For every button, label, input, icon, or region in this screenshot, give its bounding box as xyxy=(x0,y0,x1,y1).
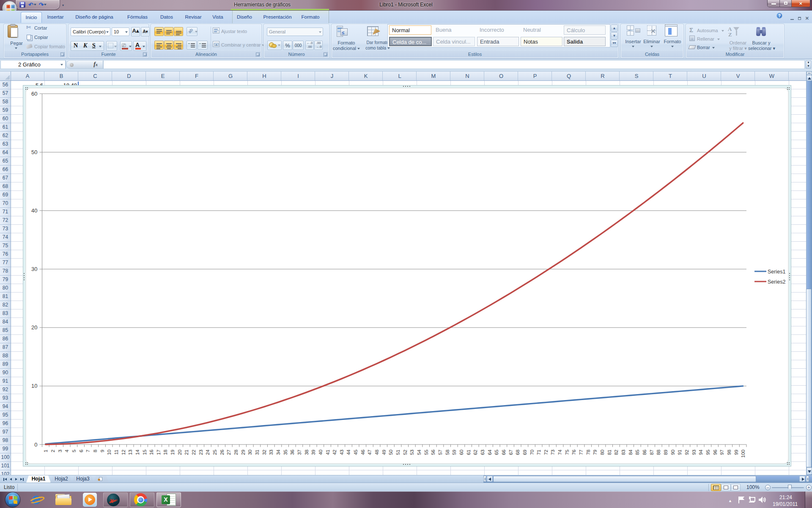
svg-text:100: 100 xyxy=(741,450,746,458)
svg-text:34: 34 xyxy=(276,449,281,455)
svg-text:72: 72 xyxy=(543,450,549,455)
svg-text:68: 68 xyxy=(515,450,520,455)
svg-text:75: 75 xyxy=(565,450,570,455)
svg-text:41: 41 xyxy=(325,450,330,455)
svg-text:23: 23 xyxy=(198,450,203,455)
svg-text:20: 20 xyxy=(177,450,182,455)
svg-text:32: 32 xyxy=(262,450,267,455)
svg-text:56: 56 xyxy=(431,450,436,455)
svg-text:38: 38 xyxy=(304,450,309,455)
svg-text:6: 6 xyxy=(79,450,84,452)
svg-text:78: 78 xyxy=(586,450,591,455)
svg-text:15: 15 xyxy=(142,450,147,455)
svg-text:60: 60 xyxy=(459,450,464,455)
svg-text:73: 73 xyxy=(550,450,555,455)
svg-text:29: 29 xyxy=(241,450,246,455)
svg-text:81: 81 xyxy=(607,450,612,455)
svg-text:64: 64 xyxy=(487,449,492,455)
svg-text:26: 26 xyxy=(219,450,225,455)
svg-text:18: 18 xyxy=(163,450,168,455)
svg-text:0: 0 xyxy=(34,442,37,448)
svg-text:11: 11 xyxy=(114,450,119,455)
svg-text:87: 87 xyxy=(649,450,654,455)
svg-text:94: 94 xyxy=(698,449,703,455)
svg-text:90: 90 xyxy=(670,450,675,455)
svg-text:10: 10 xyxy=(31,383,37,389)
svg-text:47: 47 xyxy=(367,450,372,455)
svg-text:55: 55 xyxy=(424,450,429,455)
svg-text:22: 22 xyxy=(191,450,196,455)
svg-text:8: 8 xyxy=(93,450,98,452)
svg-text:14: 14 xyxy=(135,449,140,455)
svg-text:37: 37 xyxy=(297,450,302,455)
svg-text:53: 53 xyxy=(409,450,414,455)
svg-text:49: 49 xyxy=(381,450,387,455)
svg-text:1: 1 xyxy=(43,450,48,452)
svg-text:10: 10 xyxy=(107,450,112,455)
svg-text:84: 84 xyxy=(628,449,633,455)
svg-text:89: 89 xyxy=(663,450,668,455)
svg-text:91: 91 xyxy=(677,450,682,455)
svg-text:67: 67 xyxy=(508,450,513,455)
svg-text:65: 65 xyxy=(494,450,499,455)
svg-text:66: 66 xyxy=(501,450,506,455)
svg-text:88: 88 xyxy=(656,450,661,455)
svg-text:86: 86 xyxy=(642,450,647,455)
svg-text:19: 19 xyxy=(170,450,175,455)
svg-text:92: 92 xyxy=(684,450,689,455)
svg-text:31: 31 xyxy=(255,450,260,455)
svg-text:61: 61 xyxy=(466,450,471,455)
svg-text:7: 7 xyxy=(85,450,91,452)
svg-text:4: 4 xyxy=(64,449,69,452)
svg-text:51: 51 xyxy=(395,450,401,455)
svg-text:50: 50 xyxy=(31,149,37,155)
svg-text:3: 3 xyxy=(58,450,63,452)
svg-text:46: 46 xyxy=(360,450,365,455)
svg-text:12: 12 xyxy=(121,450,126,455)
svg-text:13: 13 xyxy=(128,450,133,455)
svg-text:30: 30 xyxy=(31,266,37,272)
svg-text:96: 96 xyxy=(713,450,718,455)
svg-text:79: 79 xyxy=(593,450,598,455)
svg-text:39: 39 xyxy=(311,450,316,455)
svg-text:60: 60 xyxy=(31,91,37,97)
svg-text:54: 54 xyxy=(417,449,422,455)
svg-text:63: 63 xyxy=(480,450,485,455)
svg-text:71: 71 xyxy=(536,450,541,455)
svg-text:80: 80 xyxy=(600,450,605,455)
svg-text:77: 77 xyxy=(579,450,584,455)
svg-text:69: 69 xyxy=(522,450,527,455)
svg-text:35: 35 xyxy=(283,450,288,455)
svg-text:48: 48 xyxy=(374,450,379,455)
svg-text:57: 57 xyxy=(438,450,443,455)
svg-text:27: 27 xyxy=(226,450,231,455)
svg-text:99: 99 xyxy=(734,450,739,455)
svg-text:33: 33 xyxy=(269,450,274,455)
svg-text:Series2: Series2 xyxy=(768,279,785,285)
svg-text:76: 76 xyxy=(571,450,576,455)
svg-text:50: 50 xyxy=(388,450,393,455)
svg-text:40: 40 xyxy=(31,207,37,214)
svg-text:21: 21 xyxy=(184,450,189,455)
svg-text:24: 24 xyxy=(205,449,210,455)
svg-text:5: 5 xyxy=(71,450,77,452)
svg-text:16: 16 xyxy=(149,450,154,455)
svg-text:59: 59 xyxy=(452,450,457,455)
svg-text:62: 62 xyxy=(473,450,478,455)
svg-text:17: 17 xyxy=(156,450,161,455)
svg-text:30: 30 xyxy=(247,450,252,455)
svg-text:43: 43 xyxy=(339,450,344,455)
svg-text:36: 36 xyxy=(290,450,295,455)
svg-text:44: 44 xyxy=(346,449,351,455)
svg-text:45: 45 xyxy=(353,450,358,455)
svg-text:20: 20 xyxy=(31,324,37,331)
svg-text:Series1: Series1 xyxy=(768,269,785,275)
svg-text:2: 2 xyxy=(50,450,55,452)
svg-text:95: 95 xyxy=(705,450,710,455)
svg-text:9: 9 xyxy=(100,450,105,452)
svg-text:82: 82 xyxy=(614,450,619,455)
svg-text:40: 40 xyxy=(318,450,323,455)
svg-text:97: 97 xyxy=(719,450,724,455)
svg-text:98: 98 xyxy=(727,450,732,455)
svg-text:25: 25 xyxy=(212,450,217,455)
